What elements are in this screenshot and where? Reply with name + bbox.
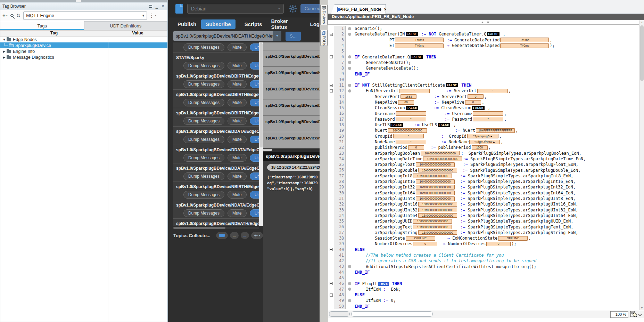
hscrollbar-thumb[interactable]: [329, 311, 350, 317]
zoom-tool-icon[interactable]: [630, 311, 637, 319]
code-line[interactable]: 7GenerateEoNData();: [328, 60, 639, 65]
message-row[interactable]: spBv1.0/SparkplugBDevice/DDAT: [263, 83, 320, 99]
scrollbar-thumb[interactable]: [173, 227, 225, 229]
fold-collapse-icon[interactable]: [330, 282, 333, 285]
unsub-button[interactable]: Uns: [250, 136, 259, 143]
code-line[interactable]: 33arSparkplugUInt3216#0000000000000000:=…: [328, 207, 639, 213]
expand-value-icon[interactable]: ▶: [491, 135, 493, 137]
unsub-button[interactable]: Uns: [250, 191, 259, 199]
dump-button[interactable]: Dump Messages: [183, 62, 224, 70]
collector-toggle[interactable]: [216, 232, 228, 239]
code-line[interactable]: 39NumberOfDevices0⇒ NumberOfDevices0);: [328, 241, 639, 247]
dump-button[interactable]: Dump Messages: [183, 191, 224, 199]
subscription-row[interactable]: spBv1.0/SparkplugBDevice/DBIRTH/EdgeOfNe…: [173, 108, 259, 127]
scroll-down-icon[interactable]: ▼: [639, 306, 644, 310]
editor-tab-prg-fb-eon-node[interactable]: PRG_FB_EoN_Node ×: [331, 4, 386, 14]
subscription-row[interactable]: spBv1.0/SparkplugBDevice/DBIRTH/EdgeOfNe…: [173, 90, 259, 108]
code-line[interactable]: 47ItfEoN := EoN;: [328, 287, 639, 292]
zoom-caret-icon[interactable]: [638, 313, 642, 316]
code-line[interactable]: 12EoN(ServerUrl'':= ServerUrl'',: [328, 88, 639, 94]
mute-button[interactable]: Mute: [228, 136, 247, 143]
code-line[interactable]: 44END_IF: [328, 269, 639, 275]
search-icon[interactable]: [10, 14, 14, 17]
collector-settings-button[interactable]: ▾: [251, 232, 263, 239]
unsub-button[interactable]: Uns: [250, 62, 259, 70]
code-line[interactable]: 30arSparkplugInt6416#0000000000000000:= …: [328, 190, 639, 196]
code-area[interactable]: 1Scenario();2GenerateDataTimer(INFALSE :…: [328, 26, 639, 310]
code-line[interactable]: 38SessionStateOFFLINE⇒ EoNConnectionStat…: [328, 235, 639, 241]
expander-closed-icon[interactable]: ▶: [2, 56, 7, 59]
profile-file-icon[interactable]: [175, 4, 183, 14]
execution-point-icon[interactable]: [348, 84, 351, 87]
tree-row-engine-info[interactable]: ▶Engine Info: [0, 48, 167, 54]
subscription-row[interactable]: spBv1.0/SparkplugBDevice/NDEATH/EdgeOfNe…: [173, 219, 259, 226]
execution-point-icon[interactable]: [348, 55, 351, 58]
close-icon[interactable]: ×: [160, 4, 165, 9]
subscription-row[interactable]: spBv1.0/SparkplugBDevice/DDATA/EdgeOfNet…: [173, 145, 259, 163]
code-line[interactable]: 21NodeName'':= NodeName"EdgeOfNetw▶,: [328, 139, 639, 145]
mute-button[interactable]: Mute: [228, 191, 247, 199]
code-line[interactable]: 25arSparkplugFloat16#0000000000000000:= …: [328, 162, 639, 167]
expander-open-icon[interactable]: ▼: [2, 38, 7, 41]
code-line[interactable]: 20GroupId'':= GroupId"SparkplugB▶,: [328, 134, 639, 139]
message-row[interactable]: spBv1.0/SparkplugBDevice/DDAT: [263, 116, 320, 132]
collector-more-button-2[interactable]: ...: [241, 232, 249, 239]
mute-button[interactable]: Mute: [228, 62, 247, 70]
dump-button[interactable]: Dump Messages: [183, 136, 224, 143]
code-line[interactable]: 26arSparkplugDouble16#0000000000000000:=…: [328, 167, 639, 173]
execution-point-icon[interactable]: [348, 89, 351, 92]
tab-devices[interactable]: Devices: [320, 5, 328, 25]
code-line[interactable]: 27arSparkplugInt816#0000000000000000:= S…: [328, 173, 639, 179]
mute-button[interactable]: Mute: [228, 80, 247, 88]
expander-closed-icon[interactable]: ▶: [2, 50, 7, 53]
tag-browser-titlebar[interactable]: Tag Browser _ ×: [0, 2, 167, 10]
code-line[interactable]: 50END_IF: [328, 304, 639, 309]
dump-button[interactable]: Dump Messages: [183, 117, 224, 125]
fold-collapse-icon[interactable]: [330, 84, 333, 87]
dump-button[interactable]: Dump Messages: [183, 172, 224, 180]
fold-collapse-icon[interactable]: [330, 55, 333, 58]
subscribe-button[interactable]: S...: [286, 32, 301, 41]
code-line[interactable]: 6IF GenerateDataTimer.QFALSE THEN: [328, 54, 639, 59]
subscription-hscrollbar[interactable]: [173, 227, 259, 229]
code-line[interactable]: 24arSparkplugDateTime16#0000000000000000…: [328, 156, 639, 162]
tree-row-sparkplugbdevice[interactable]: SparkplugBDevice: [0, 42, 167, 48]
column-divider[interactable]: [108, 39, 108, 322]
scrollbar-thumb[interactable]: [259, 43, 263, 147]
column-header-tag[interactable]: Tag: [0, 31, 108, 36]
splitter-handle[interactable]: [481, 22, 492, 24]
code-line[interactable]: 42//It generates a CSR and sends it to t…: [328, 258, 639, 264]
refresh-icon[interactable]: ↻: [16, 13, 21, 19]
message-row[interactable]: spBv1.0/SparkplugBDevice/DDAT: [263, 42, 320, 50]
subscription-row[interactable]: spBv1.0/SparkplugBDevice/DBIRTH/EdgeOfNe…: [173, 42, 259, 53]
mqtt-tab-broker-status[interactable]: Broker Status: [271, 18, 301, 30]
scrollbar-thumb[interactable]: [640, 25, 644, 81]
message-row[interactable]: spBv1.0/SparkplugBDevice/DDAT: [263, 99, 320, 116]
unsub-button[interactable]: Uns: [250, 209, 259, 217]
code-line[interactable]: 5: [328, 48, 639, 54]
code-line[interactable]: 48ELSE: [328, 292, 639, 298]
tree-row-edge-nodes[interactable]: ▼Edge Nodes: [0, 37, 167, 42]
code-line[interactable]: 15CleanSessionFALSE:= CleanSessionFALSE …: [328, 105, 639, 111]
code-line[interactable]: 36arSparkplugText16#0000000000000000:= S…: [328, 224, 639, 230]
subscription-row[interactable]: spBv1.0/SparkplugBDevice/NDATA/EdgeOfNet…: [173, 200, 259, 219]
execution-point-icon[interactable]: [348, 299, 351, 302]
close-tab-icon[interactable]: ×: [384, 7, 387, 12]
hscrollbar-track[interactable]: [351, 311, 433, 317]
connect-button[interactable]: Connect: [300, 4, 320, 13]
execution-point-icon[interactable]: [348, 282, 351, 285]
zoom-level-box[interactable]: 100 %: [610, 311, 628, 318]
dump-button[interactable]: Dump Messages: [183, 80, 224, 88]
dump-button[interactable]: Dump Messages: [183, 154, 224, 162]
fold-collapse-icon[interactable]: [330, 248, 333, 251]
code-line[interactable]: 28arSparkplugInt1616#0000000000000000:= …: [328, 179, 639, 184]
unsub-button[interactable]: Uns: [250, 99, 259, 106]
code-line[interactable]: 43AdditionalStepsToRegisterAClientCertif…: [328, 264, 639, 269]
code-line[interactable]: 14KeepAlive60:= KeepAlive0,: [328, 99, 639, 105]
subscription-row[interactable]: spBv1.0/SparkplugBDevice/DDATA/EdgeOfNet…: [173, 127, 259, 145]
message-row[interactable]: spBv1.0/SparkplugBDevice/NDAT: [263, 67, 320, 83]
expand-value-icon[interactable]: ▶: [493, 141, 495, 143]
subscription-row[interactable]: spBv1.0/SparkplugBDevice/DDATA/EdgeOfNet…: [173, 163, 259, 182]
code-line[interactable]: 13ServerPort1883:= ServerPort0,: [328, 94, 639, 99]
execution-point-icon[interactable]: [348, 27, 351, 30]
